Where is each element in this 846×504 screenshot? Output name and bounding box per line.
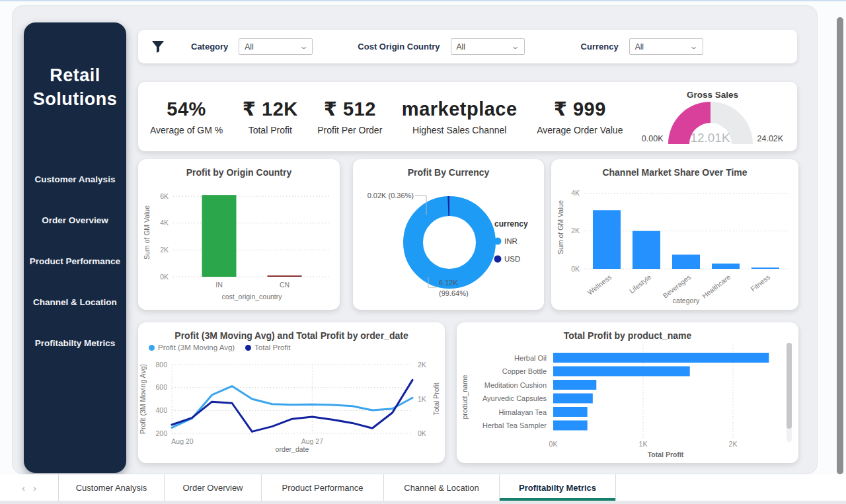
gross-sales-gauge: Gross Sales 0.00K 12.01K 24.02K [642, 90, 783, 144]
filter-currency-label: Currency [581, 42, 619, 52]
svg-text:4K: 4K [571, 189, 580, 197]
kpi-highest-sales-channel-label: Highest Sales Channel [402, 125, 518, 135]
kpi-average-gm-label: Average of GM % [150, 125, 223, 135]
svg-text:0.02K (0.36%): 0.02K (0.36%) [367, 192, 414, 199]
kpi-total-profit-label: Total Profit [243, 125, 298, 135]
sidebar-item-customer-analysis[interactable]: Customer Analysis [24, 174, 126, 184]
chevron-down-icon: ⌄ [511, 42, 521, 51]
kpi-average-order-value: ₹ 999 Average Order Value [537, 98, 623, 135]
svg-text:2K: 2K [571, 227, 580, 234]
profit-by-currency-donut[interactable]: 0.02K (0.36%)6.12K(99.64%)currencyINRUSD [353, 178, 544, 307]
line-chart-legend: Profit (3M Moving Avg) Total Profit [149, 343, 290, 351]
svg-text:0K: 0K [160, 273, 169, 281]
kpi-band: 54% Average of GM % ₹ 12K Total Profit ₹… [138, 82, 797, 151]
filter-cost-origin-country-label: Cost Origin Country [358, 42, 440, 52]
legend-label-moving-avg: Profit (3M Moving Avg) [158, 343, 235, 351]
kpi-profit-per-order-value: ₹ 512 [317, 98, 382, 120]
svg-text:Total Profit: Total Profit [647, 450, 683, 458]
svg-text:0K: 0K [418, 429, 426, 437]
sidebar-nav: Customer Analysis Order Overview Product… [24, 174, 126, 348]
svg-text:Beverages: Beverages [661, 273, 692, 299]
chart-scrollbar-thumb[interactable] [787, 343, 792, 429]
svg-text:Sum of GM Value: Sum of GM Value [143, 205, 151, 260]
vertical-scrollbar[interactable] [837, 17, 843, 474]
next-page-arrow-icon[interactable]: › [33, 483, 36, 493]
kpi-profit-per-order: ₹ 512 Profit Per Order [317, 98, 382, 135]
svg-text:Meditation Cushion: Meditation Cushion [484, 381, 546, 389]
svg-text:Sum of GM Value: Sum of GM Value [557, 200, 564, 254]
svg-text:Total Profit: Total Profit [432, 382, 440, 415]
filter-cost-origin-country: Cost Origin Country All ⌄ [358, 38, 524, 55]
chart-card-channel-market-share: Channel Market Share Over Time 0K2K4KWel… [551, 159, 798, 310]
svg-text:600: 600 [155, 383, 167, 391]
chart-title: Channel Market Share Over Time [551, 159, 798, 178]
legend-dot-moving-avg [149, 345, 155, 351]
filter-currency: Currency All ⌄ [581, 38, 703, 55]
kpi-average-order-value-value: ₹ 999 [537, 98, 623, 120]
svg-text:USD: USD [504, 255, 520, 263]
svg-text:Himalayan Tea: Himalayan Tea [498, 408, 547, 416]
tab-profitability-metrics[interactable]: Profitabilty Metrics [499, 474, 616, 501]
filter-currency-dropdown[interactable]: All ⌄ [629, 38, 703, 55]
chart-title: Total Profit by product_name [457, 322, 798, 341]
gauge-min: 0.00K [642, 134, 664, 144]
page-nav-arrows: ‹ › [0, 474, 58, 501]
filter-currency-value: All [635, 42, 644, 52]
sidebar-item-profitability-metrics[interactable]: Profitabilty Metrics [24, 338, 126, 348]
svg-text:400: 400 [155, 406, 167, 414]
sidebar: Retail Solutions Customer Analysis Order… [24, 22, 126, 473]
kpi-average-gm: 54% Average of GM % [150, 98, 223, 135]
svg-text:(99.64%): (99.64%) [439, 289, 469, 297]
filter-cost-origin-country-dropdown[interactable]: All ⌄ [451, 38, 525, 55]
svg-text:order_date: order_date [276, 445, 309, 453]
svg-text:INR: INR [504, 237, 518, 245]
top-border [0, 0, 846, 1]
sidebar-item-channel-location[interactable]: Channel & Location [24, 297, 126, 307]
svg-text:Lifestyle: Lifestyle [627, 273, 652, 295]
svg-text:category: category [673, 297, 700, 305]
legend-item-moving-avg: Profit (3M Moving Avg) [149, 343, 235, 351]
kpi-profit-per-order-label: Profit Per Order [317, 125, 382, 135]
chevron-down-icon: ⌄ [299, 42, 309, 51]
app-title: Retail Solutions [24, 63, 126, 111]
svg-text:2K: 2K [728, 440, 737, 448]
svg-text:Aug 20: Aug 20 [171, 437, 193, 445]
svg-text:IN: IN [215, 281, 223, 289]
tab-product-performance[interactable]: Product Performance [261, 474, 383, 501]
chart-title: Profit By Currency [353, 159, 544, 178]
svg-text:6K: 6K [160, 192, 169, 200]
kpi-highest-sales-channel: marketplace Highest Sales Channel [402, 98, 518, 135]
chart-card-profit-by-currency: Profit By Currency 0.02K (0.36%)6.12K(99… [353, 159, 544, 310]
sidebar-item-product-performance[interactable]: Product Performance [24, 256, 126, 266]
gauge-max: 24.02K [757, 134, 784, 144]
svg-text:Ayurvedic Capsules: Ayurvedic Capsules [482, 394, 547, 402]
filter-category-dropdown[interactable]: All ⌄ [239, 38, 313, 55]
svg-text:6.12K: 6.12K [439, 279, 458, 287]
kpi-highest-sales-channel-value: marketplace [402, 98, 518, 120]
filter-bar: Category All ⌄ Cost Origin Country All ⌄… [138, 30, 797, 63]
filter-cost-origin-country-value: All [457, 42, 465, 52]
svg-text:Herbal Oil: Herbal Oil [514, 354, 547, 362]
svg-text:Profit (3M Moving Avg): Profit (3M Moving Avg) [139, 364, 147, 434]
svg-text:2K: 2K [418, 361, 426, 369]
tab-channel-location[interactable]: Channel & Location [383, 474, 499, 501]
chart-card-profit-trend: Profit (3M Moving Avg) and Total Profit … [138, 322, 445, 463]
chart-title: Profit (3M Moving Avg) and Total Profit … [138, 322, 445, 341]
prev-page-arrow-icon[interactable]: ‹ [22, 483, 25, 493]
filter-category-value: All [245, 42, 253, 52]
tab-customer-analysis[interactable]: Customer Analysis [58, 474, 164, 501]
chevron-down-icon: ⌄ [689, 42, 699, 51]
tab-order-overview[interactable]: Order Overview [164, 474, 261, 501]
svg-text:800: 800 [155, 361, 167, 369]
chart-card-profit-by-origin-country: Profit by Origin Country 0K2K4K6KINCNcos… [138, 159, 340, 310]
sidebar-item-order-overview[interactable]: Order Overview [24, 215, 126, 225]
svg-text:CN: CN [280, 281, 289, 289]
profit-trend-line-chart[interactable]: 2004006008000K1K2KAug 20Aug 27order_date… [138, 355, 445, 456]
channel-market-share-chart[interactable]: 0K2K4KWellnessLifestyleBeveragesHealthca… [551, 178, 798, 307]
total-profit-by-product-chart[interactable]: 0K1K2KHerbal OilCopper BottleMeditation … [457, 341, 798, 458]
svg-text:1K: 1K [638, 440, 647, 448]
filter-funnel-icon [151, 40, 165, 54]
svg-text:0K: 0K [571, 265, 580, 273]
profit-by-origin-country-chart[interactable]: 0K2K4K6KINCNcost_origin_countrySum of GM… [138, 178, 340, 307]
svg-text:Wellness: Wellness [586, 273, 613, 297]
